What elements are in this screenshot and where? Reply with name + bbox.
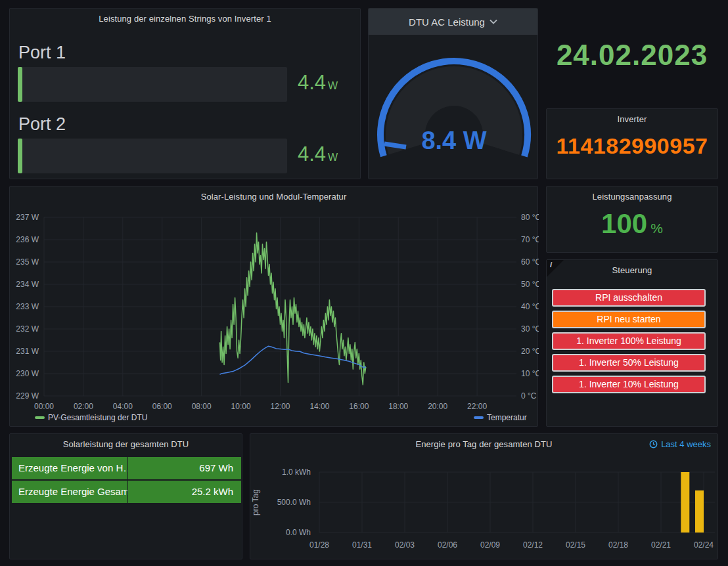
port-2-value-unit: W — [328, 152, 338, 163]
control-button-5[interactable]: 1. Inverter 10% Leistung — [552, 376, 706, 393]
port-2-value: 4.4W — [298, 142, 363, 166]
panel-leistungsanpassung: Leistungsanpassung 100% — [546, 186, 718, 253]
right-axis-tick: 50 °C — [521, 280, 539, 289]
port-1-value: 4.4W — [298, 71, 363, 95]
x-axis-tick: 10:00 — [231, 402, 251, 411]
table-panel-title: Solarleistung der gesamten DTU — [10, 434, 242, 449]
right-axis-tick: 60 °C — [521, 257, 539, 267]
x-axis-tick: 12:00 — [270, 402, 290, 411]
port-1-value-number: 4.4 — [298, 71, 326, 94]
x-axis-tick: 02/21 — [651, 540, 671, 550]
y-axis-tick: 1.0 kWh — [282, 468, 311, 477]
x-axis-tick: 14:00 — [309, 402, 329, 411]
panel-inverter: Inverter 114182990957 — [546, 108, 718, 179]
panel-info-corner[interactable]: i — [547, 260, 564, 277]
table-row: Erzeugte Energie von H… 697 Wh — [12, 457, 241, 479]
x-axis-tick: 00:00 — [34, 402, 54, 411]
left-axis-tick: 231 W — [16, 347, 39, 356]
panel-solar-table: Solarleistung der gesamten DTU Erzeugte … — [9, 433, 242, 559]
legend-label: Temperatur — [487, 413, 527, 422]
time-range-link[interactable]: Last 4 weeks — [649, 439, 711, 449]
right-axis-tick: 80 °C — [521, 213, 539, 222]
left-axis-tick: 236 W — [16, 235, 39, 244]
gauge-value: 8.4 W — [421, 127, 486, 154]
series-left — [220, 233, 366, 385]
bar-chart-title: Energie pro Tag der gesamten DTU — [250, 434, 717, 449]
right-axis-tick: 70 °C — [521, 235, 539, 244]
x-axis-tick: 08:00 — [192, 402, 212, 411]
inverter-panel-title: Inverter — [547, 109, 717, 124]
table-cell-value: 697 Wh — [128, 457, 241, 479]
panel-date: 24.02.2023 — [546, 8, 718, 102]
legend-item[interactable]: PV-Gesamtleistung der DTU — [35, 413, 147, 422]
x-axis-tick: 16:00 — [349, 402, 369, 411]
port-2-bargauge — [18, 139, 287, 173]
left-axis-tick: 229 W — [16, 391, 39, 401]
x-axis-tick: 02:00 — [74, 402, 93, 411]
x-axis-tick: 02/15 — [566, 540, 585, 550]
clock-icon — [649, 440, 658, 448]
control-button-1[interactable]: RPI ausschalten — [552, 289, 706, 307]
y-axis-tick: 0.0 Wh — [286, 528, 311, 537]
port-1-bargauge — [18, 67, 287, 102]
left-axis-tick: 234 W — [16, 280, 39, 289]
x-axis-tick: 02/09 — [480, 540, 500, 550]
time-range-label: Last 4 weeks — [661, 439, 711, 449]
panel-strings: Leistung der einzelnen Strings von Inver… — [9, 8, 361, 179]
legend-item[interactable]: Temperatur — [474, 413, 527, 422]
energy-bar-02/23 — [681, 472, 689, 533]
table-cell-value: 25.2 kWh — [128, 481, 241, 503]
x-axis-tick: 02/06 — [438, 540, 457, 550]
right-axis-tick: 30 °C — [521, 324, 539, 334]
control-button-2[interactable]: RPI neu starten — [552, 311, 706, 328]
port-2-bar-fill — [18, 139, 22, 173]
legend-label: PV-Gesamtleistung der DTU — [48, 413, 147, 422]
gauge-panel-header[interactable]: DTU AC Leistung — [369, 9, 537, 35]
gauge: 8.4 W — [369, 35, 539, 180]
legend-swatch — [474, 416, 484, 419]
control-button-4[interactable]: 1. Inverter 50% Leistung — [552, 354, 706, 372]
date-value: 24.02.2023 — [557, 39, 708, 72]
chevron-down-icon — [489, 19, 497, 24]
table-cell-label: Erzeugte Energie von H… — [12, 457, 127, 479]
x-axis-tick: 22:00 — [467, 402, 487, 411]
adjust-value-unit: % — [650, 221, 663, 236]
x-axis-tick: 20:00 — [428, 402, 447, 411]
x-axis-tick: 02/03 — [395, 540, 415, 550]
x-axis-tick: 18:00 — [388, 402, 408, 411]
bar-chart: 01/2801/3102/0302/0602/0902/1202/1502/18… — [250, 451, 719, 560]
port-1-bar-fill — [18, 67, 22, 102]
x-axis-tick: 01/28 — [309, 540, 329, 550]
adjust-panel-title: Leistungsanpassung — [547, 186, 717, 202]
control-button-3[interactable]: 1. Inverter 100% Leistung — [552, 332, 706, 350]
x-axis-tick: 02/12 — [523, 540, 543, 550]
x-axis-tick: 04:00 — [113, 402, 133, 411]
control-panel-title: Steuerung — [547, 260, 717, 275]
legend-swatch — [35, 416, 45, 419]
info-icon: i — [550, 261, 552, 269]
table-cell-label: Erzeugte Energie Gesamt — [12, 481, 127, 503]
y-axis-tick: 500.0 Wh — [277, 498, 311, 507]
energy-bar-02/24 — [695, 490, 704, 533]
left-axis-tick: 232 W — [16, 324, 39, 334]
port-2-value-number: 4.4 — [298, 142, 326, 165]
line-chart: 00:0002:0004:0006:0008:0010:0012:0014:00… — [10, 202, 539, 427]
line-chart-title: Solar-Leistung und Modul-Temperatur — [10, 186, 537, 202]
right-axis-tick: 10 °C — [521, 369, 539, 378]
panel-gauge: DTU AC Leistung 8.4 W — [368, 8, 538, 179]
right-axis-tick: 20 °C — [521, 347, 539, 356]
left-axis-tick: 237 W — [16, 213, 39, 222]
gauge-panel-title: DTU AC Leistung — [409, 16, 485, 28]
left-axis-tick: 230 W — [16, 369, 39, 378]
x-axis-tick: 06:00 — [152, 402, 172, 411]
panel-energy-per-day: Energie pro Tag der gesamten DTU Last 4 … — [250, 433, 718, 559]
y-axis-label: pro Tag — [251, 489, 260, 515]
adjust-value-number: 100 — [601, 208, 647, 239]
adjust-value: 100% — [547, 208, 717, 240]
port-1-value-unit: W — [328, 80, 338, 91]
strings-panel-title: Leistung der einzelnen Strings von Inver… — [10, 9, 360, 24]
panel-solar-temperature-chart: Solar-Leistung und Modul-Temperatur 00:0… — [9, 186, 538, 427]
gauge-threshold-marker — [384, 144, 406, 147]
x-axis-tick: 02/24 — [694, 540, 714, 550]
grafana-dashboard: Leistung der einzelnen Strings von Inver… — [0, 0, 728, 566]
